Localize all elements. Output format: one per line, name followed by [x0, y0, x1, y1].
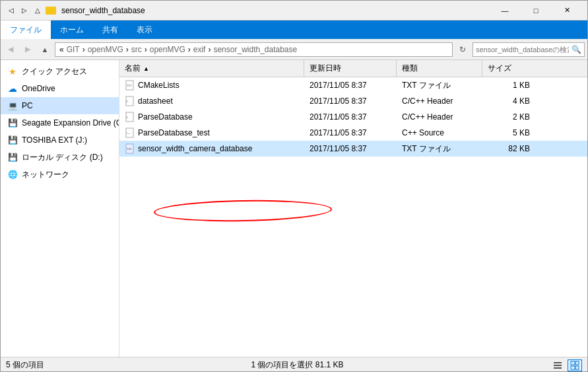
svg-text:C++: C++	[126, 132, 131, 135]
file-icon-1: H	[125, 96, 135, 106]
search-box[interactable]: 🔍	[473, 42, 585, 57]
file-row-3[interactable]: C++ ParseDatabase_test 2017/11/05 8:37 C…	[119, 125, 587, 141]
file-name-4: TXT sensor_width_camera_database	[119, 143, 304, 154]
file-date-1: 2017/11/05 8:37	[304, 96, 397, 106]
window-icon-forward: ▷	[19, 5, 30, 16]
svg-rect-13	[571, 361, 575, 365]
file-size-1: 4 KB	[482, 96, 535, 106]
svg-rect-15	[571, 366, 575, 369]
file-date-3: 2017/11/05 8:37	[304, 128, 397, 137]
file-size-4: 82 KB	[482, 144, 535, 153]
sidebar-item-seagate[interactable]: Seagate Expansion Drive (G:)	[1, 114, 119, 131]
file-type-0: TXT ファイル	[397, 80, 482, 91]
address-path[interactable]: « GIT › openMVG › src › openMVG › exif ›…	[55, 42, 453, 57]
file-name-1: H datasheet	[119, 96, 304, 106]
col-header-name[interactable]: 名前 ▲	[119, 60, 304, 77]
file-size-2: 2 KB	[482, 112, 535, 122]
svg-rect-10	[554, 362, 562, 363]
window-controls: — □ ✕	[490, 1, 582, 20]
tab-view[interactable]: 表示	[127, 20, 162, 39]
sidebar-item-localdisk[interactable]: ローカル ディスク (D:)	[1, 149, 119, 166]
onedrive-icon	[7, 83, 18, 94]
sidebar-item-pc[interactable]: PC	[1, 97, 119, 114]
file-row-4[interactable]: TXT sensor_width_camera_database 2017/11…	[119, 141, 587, 157]
svg-rect-14	[575, 361, 579, 365]
maximize-button[interactable]: □	[521, 1, 551, 20]
svg-text:TXT: TXT	[127, 84, 132, 87]
view-controls	[550, 359, 582, 371]
forward-button[interactable]: ▶	[20, 42, 35, 57]
ribbon: ファイル ホーム 共有 表示	[1, 20, 587, 39]
view-list-button[interactable]	[550, 359, 565, 371]
file-type-3: C++ Source	[397, 128, 482, 137]
window-icon-back: ◁	[6, 5, 16, 16]
sidebar-item-toshiba[interactable]: TOSHIBA EXT (J:)	[1, 131, 119, 149]
up-button[interactable]: ▲	[38, 42, 52, 57]
sidebar-label-network: ネットワーク	[22, 169, 69, 180]
file-type-1: C/C++ Header	[397, 96, 482, 106]
file-date-0: 2017/11/05 8:37	[304, 81, 397, 90]
folder-icon	[46, 7, 56, 15]
sort-arrow: ▲	[143, 65, 149, 72]
file-name-3: C++ ParseDatabase_test	[119, 128, 304, 138]
refresh-button[interactable]: ↻	[455, 42, 470, 57]
sidebar-item-network[interactable]: ネットワーク	[1, 166, 119, 183]
search-input[interactable]	[476, 46, 569, 54]
svg-rect-12	[554, 367, 562, 369]
view-detail-button[interactable]	[568, 359, 582, 371]
selected-info: 1 個の項目を選択 81.1 KB	[251, 359, 343, 371]
file-date-4: 2017/11/05 8:37	[304, 144, 397, 153]
drive-icon-local	[7, 152, 18, 163]
sidebar-label-onedrive: OneDrive	[22, 84, 55, 93]
close-button[interactable]: ✕	[552, 1, 582, 20]
file-size-0: 1 KB	[482, 81, 535, 90]
file-type-4: TXT ファイル	[397, 143, 482, 155]
window-icon-up: △	[32, 5, 43, 16]
search-icon: 🔍	[572, 45, 581, 54]
network-icon	[7, 169, 18, 180]
path-text: « GIT › openMVG › src › openMVG › exif ›…	[59, 45, 298, 54]
file-size-3: 5 KB	[482, 128, 535, 137]
title-bar-icons: ◁ ▷ △	[6, 5, 56, 16]
title-bar: ◁ ▷ △ sensor_width_database — □ ✕	[1, 1, 587, 20]
col-header-date[interactable]: 更新日時	[304, 60, 397, 77]
star-icon	[7, 66, 18, 77]
status-bar: 5 個の項目 1 個の項目を選択 81.1 KB	[1, 357, 587, 372]
sidebar-label-toshiba: TOSHIBA EXT (J:)	[22, 135, 87, 145]
file-row-0[interactable]: TXT CMakeLists 2017/11/05 8:37 TXT ファイル …	[119, 77, 587, 93]
item-count: 5 個の項目	[6, 359, 44, 371]
drive-icon-seagate	[7, 118, 18, 128]
pc-icon	[7, 100, 18, 111]
sidebar-label-pc: PC	[22, 101, 33, 110]
file-content: 名前 ▲ 更新日時 種類 サイズ TX	[119, 60, 587, 357]
svg-rect-11	[554, 365, 562, 366]
drive-icon-toshiba	[7, 135, 18, 145]
window-title: sensor_width_database	[61, 6, 490, 15]
col-header-type[interactable]: 種類	[397, 60, 482, 77]
file-type-2: C/C++ Header	[397, 112, 482, 122]
tab-home[interactable]: ホーム	[51, 20, 93, 39]
file-icon-0: TXT	[125, 80, 135, 91]
file-list: TXT CMakeLists 2017/11/05 8:37 TXT ファイル …	[119, 77, 587, 357]
file-icon-4: TXT	[125, 143, 135, 154]
col-header-size[interactable]: サイズ	[482, 60, 535, 77]
file-name-0: TXT CMakeLists	[119, 80, 304, 91]
svg-text:TXT: TXT	[127, 147, 132, 151]
tab-file[interactable]: ファイル	[1, 20, 51, 39]
file-icon-3: C++	[125, 128, 135, 138]
file-date-2: 2017/11/05 8:37	[304, 112, 397, 122]
tab-share[interactable]: 共有	[93, 20, 127, 39]
column-header: 名前 ▲ 更新日時 種類 サイズ	[119, 60, 587, 77]
main-area: クイック アクセス OneDrive PC Seagate Expansion …	[1, 60, 587, 357]
file-row-1[interactable]: H datasheet 2017/11/05 8:37 C/C++ Header…	[119, 93, 587, 109]
window: ◁ ▷ △ sensor_width_database — □ ✕ ファイル ホ…	[0, 0, 588, 372]
file-row-2[interactable]: H ParseDatabase 2017/11/05 8:37 C/C++ He…	[119, 109, 587, 125]
address-bar: ◀ ▶ ▲ « GIT › openMVG › src › openMVG › …	[1, 39, 587, 60]
sidebar-item-onedrive[interactable]: OneDrive	[1, 80, 119, 97]
sidebar-item-quickaccess[interactable]: クイック アクセス	[1, 63, 119, 80]
back-button[interactable]: ◀	[3, 42, 18, 57]
minimize-button[interactable]: —	[490, 1, 520, 20]
sidebar: クイック アクセス OneDrive PC Seagate Expansion …	[1, 60, 119, 357]
svg-rect-16	[575, 366, 579, 369]
sidebar-label-seagate: Seagate Expansion Drive (G:)	[22, 118, 119, 128]
